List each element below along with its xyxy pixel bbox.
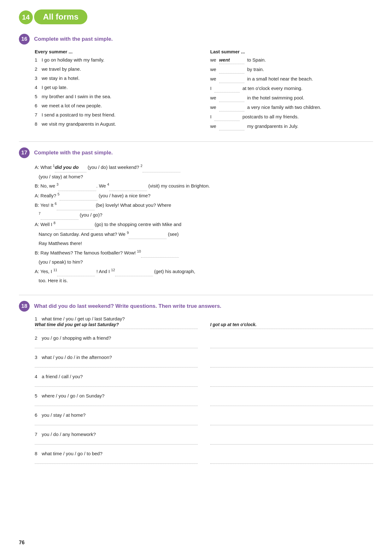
- ex17-line-13: too. Here it is.: [35, 278, 68, 283]
- ex16-left-item-1: 1I go on holiday with my family.: [35, 56, 198, 64]
- ex17-line-10: B: Ray Matthews? The famous footballer? …: [35, 250, 179, 255]
- ex17-line-9: Ray Matthews there!: [35, 241, 82, 246]
- ex18-true-1: I got up at ten o'clock.: [210, 322, 373, 329]
- ex18-question-5: [35, 399, 198, 406]
- exercise-18-body: 1 what time / you / get up / last Saturd…: [35, 316, 373, 467]
- ex18-item-5: 5 where / you / go / on Sunday?: [35, 393, 373, 409]
- exercise-17-badge: 17: [19, 147, 30, 158]
- ex18-question-7: [35, 438, 198, 445]
- footer-page-number: 76: [19, 540, 25, 546]
- ex18-prompt-2: 2 you / go / shopping with a friend?: [35, 335, 198, 341]
- ex18-item-4: 4 a friend / call / you?: [35, 374, 373, 390]
- ex16-left-item-2: 2we travel by plane.: [35, 65, 198, 73]
- exercise-16-badge: 16: [19, 34, 30, 45]
- ex18-true-7: [210, 438, 373, 445]
- ex16-right-item-2: we by train.: [210, 66, 373, 74]
- ex18-true-5: [210, 399, 373, 406]
- ex18-true-4: [210, 380, 373, 387]
- exercise-18-instruction: What did you do last weekend? Write ques…: [34, 303, 221, 309]
- ex18-true-6: [210, 418, 373, 425]
- ex18-question-4: [35, 380, 198, 387]
- exercise-16: 16 Complete with the past simple. Every …: [19, 34, 373, 132]
- ex16-left-item-6: 6we meet a lot of new people.: [35, 102, 198, 110]
- ex17-line-12: A: Yes, I 11 ! And I 12 (get) his autogr…: [35, 269, 195, 274]
- ex18-item-6: 6 you / stay / at home?: [35, 412, 373, 428]
- ex18-question-1: What time did you get up last Saturday?: [35, 322, 198, 329]
- ex17-line-1: A: What 1did you do (you / do) last week…: [35, 164, 180, 170]
- ex18-true-8: [210, 457, 373, 464]
- ex18-item-2: 2 you / go / shopping with a friend?: [35, 335, 373, 351]
- ex16-right-item-1: wewentto Spain.: [210, 56, 373, 64]
- ex18-prompt-6: 6 you / stay / at home?: [35, 412, 198, 418]
- exercise-16-instruction: Complete with the past simple.: [34, 36, 113, 42]
- ex18-true-label-1: [210, 316, 373, 321]
- ex18-true-2: [210, 341, 373, 348]
- ex16-left-item-7: 7I send a postcard to my best friend.: [35, 111, 198, 119]
- ex18-item-1: 1 what time / you / get up / last Saturd…: [35, 316, 373, 332]
- ex17-line-4: A: Really? 5 (you / have) a nice time?: [35, 193, 150, 198]
- ex17-line-11: (you / speak) to him?: [35, 259, 83, 265]
- ex18-prompt-4: 4 a friend / call / you?: [35, 374, 198, 379]
- ex16-right-item-3: we in a small hotel near the beach.: [210, 75, 373, 83]
- exercise-17-instruction: Complete with the past simple.: [34, 150, 113, 156]
- ex16-left-item-8: 8we visit my grandparents in August.: [35, 120, 198, 128]
- ex16-left-item-4: 4I get up late.: [35, 84, 198, 91]
- ex16-right-header: Last summer ...: [210, 49, 373, 54]
- exercise-18-badge: 18: [19, 301, 30, 312]
- ex16-right-item-4: I at ten o'clock every morning.: [210, 85, 373, 92]
- ex18-question-6: [35, 418, 198, 425]
- section-title: All forms: [34, 9, 87, 24]
- ex17-line-7: A: Well I 8 (go) to the shopping centre …: [35, 222, 181, 227]
- ex17-line-5: B: Yes! It 6 (be) lovely! What about you…: [35, 202, 171, 208]
- ex17-line-2: (you / stay) at home?: [35, 174, 83, 179]
- ex17-line-8: Nancy on Saturday. And guess what? We 9 …: [35, 231, 179, 237]
- ex16-right-item-6: we a very nice family with two children.: [210, 104, 373, 111]
- ex18-prompt-3: 3 what / you / do / in the afternoon?: [35, 355, 198, 360]
- ex16-left-header: Every summer ...: [35, 49, 198, 54]
- ex17-line-6: 7 (you / go)?: [35, 212, 102, 218]
- ex18-item-3: 3 what / you / do / in the afternoon?: [35, 355, 373, 371]
- ex16-left-item-5: 5my brother and I swim in the sea.: [35, 93, 198, 100]
- exercise-17-body: A: What 1did you do (you / do) last week…: [35, 163, 373, 285]
- ex18-prompt-8: 8 what time / you / go / to bed?: [35, 451, 198, 456]
- ex18-prompt-1: 1 what time / you / get up / last Saturd…: [35, 316, 198, 321]
- ex18-item-8: 8 what time / you / go / to bed?: [35, 451, 373, 467]
- page-number-badge: 14: [19, 10, 33, 24]
- ex18-item-7: 7 you / do / any homework?: [35, 432, 373, 448]
- ex18-true-3: [210, 361, 373, 367]
- ex16-right-item-7: I postcards to all my friends.: [210, 113, 373, 121]
- ex17-line-3: B: No, we 3 . We 4 (visit) my cousins in…: [35, 183, 210, 188]
- ex18-prompt-5: 5 where / you / go / on Sunday?: [35, 393, 198, 398]
- ex18-question-3: [35, 361, 198, 367]
- exercise-17: 17 Complete with the past simple. A: Wha…: [19, 147, 373, 285]
- ex18-prompt-7: 7 you / do / any homework?: [35, 432, 198, 437]
- exercise-18: 18 What did you do last weekend? Write q…: [19, 301, 373, 467]
- ex16-right-item-8: we my grandparents in July.: [210, 122, 373, 130]
- ex16-right-item-5: we in the hotel swimming pool.: [210, 94, 373, 102]
- ex16-left-item-3: 3we stay in a hotel.: [35, 75, 198, 82]
- ex18-question-8: [35, 457, 198, 464]
- ex18-question-2: [35, 341, 198, 348]
